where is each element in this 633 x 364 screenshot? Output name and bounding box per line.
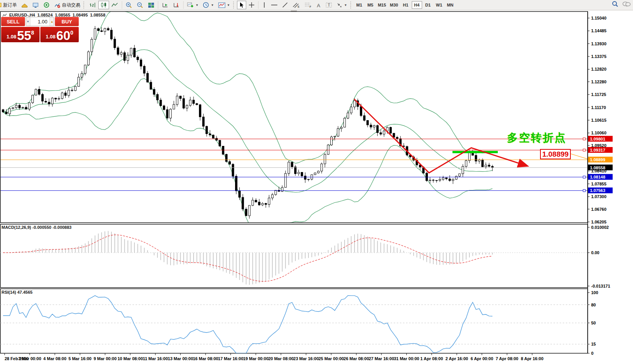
svg-text:1.14485: 1.14485 — [591, 28, 606, 33]
ohlc-close: 1.08558 — [90, 13, 106, 17]
svg-text:1.07855: 1.07855 — [591, 182, 606, 186]
mt4-window: { "toolbar": { "new_order_label": "新订单",… — [0, 0, 633, 364]
date-label: 23 Mar 16:00 — [293, 356, 319, 361]
sell-button[interactable]: SELL — [1, 17, 25, 26]
svg-text:1.06760: 1.06760 — [591, 207, 606, 212]
date-label: 5 Mar 16:00 — [68, 356, 91, 361]
buy-price-prefix: 1.08 — [46, 34, 55, 40]
chart-icon — [2, 13, 7, 17]
sell-price-prefix: 1.08 — [7, 34, 16, 40]
sell-price-big: 55 — [17, 30, 31, 41]
date-label: 6 Apr 00:00 — [471, 356, 493, 361]
date-label: 4 Mar 08:00 — [43, 356, 66, 361]
svg-text:80: 80 — [591, 303, 596, 307]
svg-text:15: 15 — [591, 342, 596, 346]
svg-text:1.10060: 1.10060 — [591, 131, 606, 135]
sell-price-pip: 8 — [31, 30, 34, 36]
rsi-label: RSI(14) 47.4565 — [2, 290, 33, 295]
svg-text:1.09317: 1.09317 — [590, 148, 605, 152]
chart-area[interactable]: 1.150401.144851.139301.133751.128201.122… — [0, 10, 633, 364]
date-label: 16 Mar 08:00 — [193, 356, 218, 361]
buy-price-panel[interactable]: 1.08600 — [40, 27, 79, 42]
svg-text:1.07300: 1.07300 — [591, 194, 606, 199]
svg-text:0.010002: 0.010002 — [591, 225, 609, 230]
svg-text:-0.013171: -0.013171 — [591, 284, 610, 288]
date-label: 11 Mar 16:00 — [143, 356, 168, 361]
buy-button[interactable]: BUY — [55, 17, 79, 26]
buy-price-pip: 0 — [70, 30, 73, 36]
chart-canvas[interactable]: 1.150401.144851.139301.133751.128201.122… — [0, 0, 633, 364]
svg-text:1.06205: 1.06205 — [591, 220, 606, 224]
date-label: 2 Apr 16:00 — [446, 356, 468, 361]
volume-increase-button[interactable]: ▲ — [50, 17, 54, 26]
svg-text:1.12280: 1.12280 — [591, 79, 606, 84]
svg-text:0.00: 0.00 — [591, 250, 599, 255]
svg-text:1.08899: 1.08899 — [590, 157, 605, 162]
svg-text:1.13375: 1.13375 — [591, 54, 606, 59]
sell-price-panel[interactable]: 1.08558 — [1, 27, 40, 42]
date-label: 31 Mar 00:00 — [394, 356, 419, 361]
svg-text:1.07563: 1.07563 — [590, 188, 605, 193]
one-click-trading-panel: SELL ▼ ▲ BUY 1.08558 1.08600 — [1, 17, 79, 42]
volume-stepper: ▼ ▲ — [26, 17, 54, 26]
svg-text:1.15040: 1.15040 — [591, 16, 606, 20]
date-label: 10 Mar 08:00 — [118, 356, 143, 361]
svg-text:1.08558: 1.08558 — [590, 165, 605, 170]
price-callout-label[interactable]: 1.08899 — [540, 149, 571, 159]
volume-decrease-button[interactable]: ▼ — [26, 17, 30, 26]
macd-label: MACD(12,26,9) -0.000550 -0.000883 — [2, 225, 71, 230]
svg-text:1.09801: 1.09801 — [590, 137, 605, 141]
volume-input[interactable] — [30, 17, 50, 26]
date-label: 19 Mar 00:00 — [243, 356, 268, 361]
date-label: 1 Apr 08:00 — [420, 356, 443, 361]
svg-text:0: 0 — [591, 351, 593, 356]
date-label: 27 Mar 16:00 — [369, 356, 394, 361]
svg-text:1.10615: 1.10615 — [591, 118, 606, 122]
date-label: 17 Mar 16:00 — [218, 356, 244, 361]
date-label: 7 Apr 08:00 — [496, 356, 519, 361]
buy-price-big: 60 — [56, 30, 70, 41]
date-label: 26 Mar 08:00 — [344, 356, 369, 361]
svg-text:1.12820: 1.12820 — [591, 67, 606, 71]
date-label: 13 Mar 00:00 — [168, 356, 193, 361]
svg-text:1.08148: 1.08148 — [590, 175, 605, 179]
turning-point-annotation: 多空转折点 — [507, 131, 567, 145]
svg-text:1.11725: 1.11725 — [591, 92, 606, 97]
svg-text:100: 100 — [591, 290, 598, 295]
svg-text:50: 50 — [591, 321, 596, 325]
date-label: 20 Mar 08:00 — [268, 356, 293, 361]
svg-text:1.13930: 1.13930 — [591, 41, 606, 46]
date-label: 3 Mar 00:00 — [18, 356, 41, 361]
date-label: 9 Mar 00:00 — [94, 356, 117, 361]
date-label: 25 Mar 00:00 — [318, 356, 344, 361]
svg-text:1.11170: 1.11170 — [591, 105, 606, 110]
date-label: 8 Apr 16:00 — [521, 356, 544, 361]
